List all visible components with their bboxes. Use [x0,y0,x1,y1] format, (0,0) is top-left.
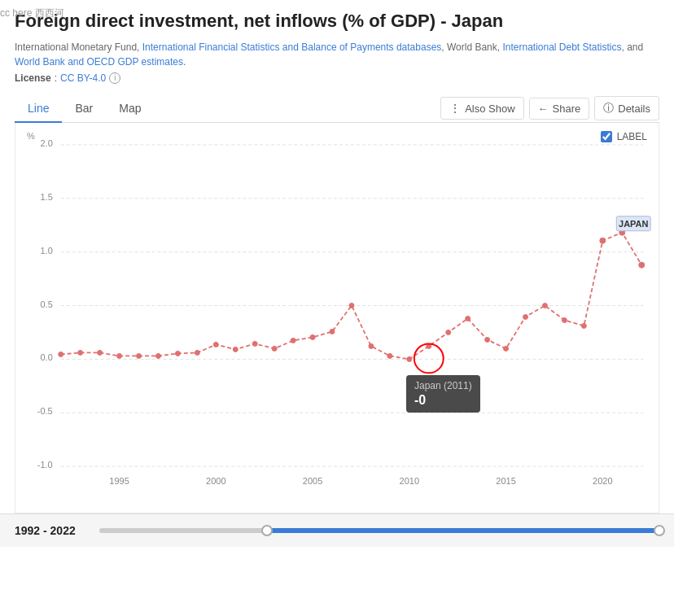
svg-point-24 [137,353,142,358]
svg-point-35 [349,303,354,308]
range-section: 1992 - 2022 [0,513,674,547]
svg-text:1.5: 1.5 [40,191,52,201]
svg-point-25 [155,353,160,358]
also-show-icon: ⋮ [449,102,461,115]
svg-point-50 [639,262,645,268]
svg-point-28 [213,342,218,347]
source-text: International Monetary Fund, Internation… [15,40,659,69]
svg-point-27 [195,350,199,355]
chart-svg-container: .grid-line { stroke: #e0e0e0; stroke-wid… [15,123,659,513]
chart-area: % LABEL .grid-line { stroke: #e0e0e0; st… [15,123,659,513]
svg-point-41 [466,316,470,321]
svg-point-46 [562,317,567,322]
license-row: License : CC BY-4.0 i [15,72,659,84]
svg-point-22 [98,350,103,355]
license-link[interactable]: CC BY-4.0 [60,72,106,84]
range-label: 1992 - 2022 [15,524,88,537]
range-track[interactable] [99,528,659,533]
svg-text:-1.0: -1.0 [37,460,53,470]
svg-text:2000: 2000 [206,476,225,486]
svg-text:2010: 2010 [400,476,419,486]
svg-text:2015: 2015 [496,476,515,486]
svg-point-36 [369,343,374,348]
svg-text:2020: 2020 [593,476,612,486]
svg-text:1.0: 1.0 [40,245,52,255]
also-show-button[interactable]: ⋮ Also Show [440,97,523,120]
details-icon: ⓘ [603,101,614,116]
svg-text:0.0: 0.0 [40,352,52,362]
svg-point-20 [59,352,63,356]
svg-point-34 [330,329,335,334]
svg-text:1995: 1995 [109,476,129,486]
svg-point-45 [542,303,547,308]
svg-point-21 [78,350,83,355]
tab-line[interactable]: Line [15,95,62,123]
details-button[interactable]: ⓘ Details [594,96,659,120]
svg-text:-0.5: -0.5 [37,406,53,416]
svg-point-42 [485,337,490,342]
svg-point-29 [233,347,238,352]
tab-bar[interactable]: Bar [62,95,106,123]
svg-text:JAPAN: JAPAN [619,218,648,228]
svg-point-40 [446,330,451,334]
license-info-icon[interactable]: i [109,72,120,84]
share-label: Share [553,103,581,115]
svg-point-33 [310,334,315,339]
svg-point-37 [387,353,392,358]
watermark: cc here 西西河 [0,7,64,20]
svg-point-23 [117,353,122,358]
svg-point-31 [272,346,277,351]
svg-point-47 [581,323,586,328]
page-title: Foreign direct investment, net inflows (… [15,10,659,33]
svg-point-44 [523,314,528,319]
range-fill [267,528,659,533]
svg-text:0.5: 0.5 [40,299,52,308]
svg-point-38 [407,356,412,361]
toolbar-buttons: ⋮ Also Show ← Share ⓘ Details [440,96,659,120]
also-show-label: Also Show [465,103,514,115]
tabs-container: Line Bar Map [15,95,155,122]
share-button[interactable]: ← Share [529,98,590,120]
license-value: : [55,72,57,84]
tab-map[interactable]: Map [106,95,154,123]
svg-point-30 [252,341,257,346]
details-label: Details [618,103,650,115]
license-label: License [15,72,51,84]
svg-text:2.0: 2.0 [40,138,52,148]
tabs-toolbar: Line Bar Map ⋮ Also Show ← Share ⓘ Detai… [15,95,659,123]
svg-point-26 [175,351,180,356]
svg-point-32 [291,338,295,343]
range-thumb-left[interactable] [261,525,273,536]
svg-point-48 [600,238,606,243]
svg-point-43 [504,346,509,351]
range-thumb-right[interactable] [654,525,665,536]
share-icon: ← [538,103,549,115]
svg-text:2005: 2005 [303,476,322,486]
